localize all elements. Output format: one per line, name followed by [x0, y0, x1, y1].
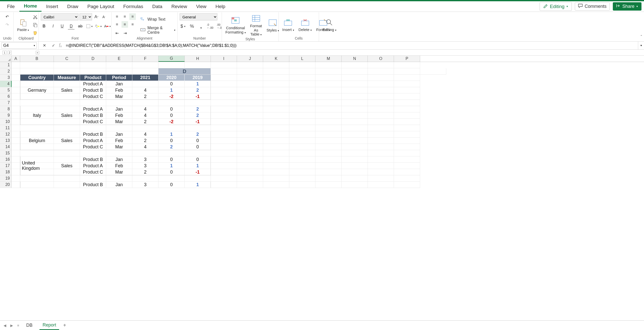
undo-button[interactable]: ↶	[4, 13, 11, 20]
format-as-table-button[interactable]: Format As Table	[249, 13, 264, 37]
comma-button[interactable]: ,	[198, 23, 204, 29]
menu-tab-insert[interactable]: Insert	[42, 1, 63, 12]
cell[interactable]: 3	[132, 163, 158, 169]
select-all-corner[interactable]	[0, 56, 12, 62]
cell[interactable]: 4	[132, 144, 158, 150]
grow-font-button[interactable]: A^	[93, 14, 100, 20]
row-header[interactable]: 5	[0, 87, 12, 93]
delete-cells-button[interactable]: Delete	[297, 17, 313, 32]
increase-decimal-button[interactable]: .0←.00	[207, 23, 213, 29]
sheet-nav-prev[interactable]: ◀	[4, 323, 6, 327]
borders-button[interactable]	[86, 23, 93, 29]
outline-level-1[interactable]: 1	[3, 51, 7, 55]
menu-tab-data[interactable]: Data	[148, 1, 167, 12]
menu-tab-draw[interactable]: Draw	[63, 1, 83, 12]
fill-color-button[interactable]	[95, 23, 102, 29]
editing-mode-button[interactable]: Editing ▾	[540, 2, 572, 11]
row-header[interactable]: 13	[0, 138, 12, 144]
accept-formula-button[interactable]: ✓	[50, 42, 57, 49]
row-header[interactable]: 6	[0, 93, 12, 100]
row-header[interactable]: 10	[0, 119, 12, 125]
column-header[interactable]: D	[80, 56, 106, 62]
cell[interactable]: 4	[132, 112, 158, 119]
cell[interactable]: 2	[132, 119, 158, 125]
row-header[interactable]: 11	[0, 125, 12, 131]
collapse-ribbon-button[interactable]: ˆ	[641, 35, 642, 39]
double-underline-button[interactable]: D	[68, 23, 74, 29]
menu-tab-formulas[interactable]: Formulas	[119, 1, 148, 12]
cell[interactable]: 2	[132, 93, 158, 100]
formula-input[interactable]	[64, 42, 638, 49]
spreadsheet-grid[interactable]: A B C D E F G H I J K L M N O P 12D3Coun…	[0, 56, 644, 188]
cell[interactable]: 4	[132, 131, 158, 138]
currency-button[interactable]: $	[180, 23, 186, 29]
row-header[interactable]: 16	[0, 156, 12, 163]
cell[interactable]: 4	[132, 106, 158, 112]
shrink-font-button[interactable]: Aˇ	[101, 14, 107, 20]
cell[interactable]	[132, 81, 158, 87]
wrap-text-button[interactable]: ab Wrap Text	[140, 17, 175, 22]
outline-expand-button[interactable]: +	[36, 51, 39, 54]
column-header[interactable]: N	[342, 56, 368, 62]
italic-button[interactable]: I	[50, 23, 56, 29]
redo-button[interactable]: ↷	[4, 21, 11, 28]
share-button[interactable]: Share ▾	[613, 2, 641, 11]
cell[interactable]: 3	[132, 182, 158, 188]
column-header[interactable]: M	[315, 56, 342, 62]
sheet-tab[interactable]: DB	[23, 321, 35, 329]
paste-button[interactable]: Paste	[16, 17, 30, 32]
column-header[interactable]: J	[237, 56, 263, 62]
row-header[interactable]: 18	[0, 169, 12, 175]
row-header[interactable]: 12	[0, 131, 12, 138]
percent-button[interactable]: %	[189, 23, 195, 29]
row-header[interactable]: 4	[0, 81, 12, 87]
column-header[interactable]: E	[106, 56, 132, 62]
bold-button[interactable]: B	[41, 23, 47, 29]
row-header[interactable]: 1	[0, 62, 12, 68]
underline-button[interactable]: U	[59, 23, 65, 29]
copy-button[interactable]	[32, 22, 38, 28]
menu-tab-page-layout[interactable]: Page Layout	[83, 1, 119, 12]
column-header[interactable]: G	[158, 56, 185, 62]
row-header[interactable]: 8	[0, 106, 12, 112]
cell[interactable]: 4	[132, 87, 158, 93]
column-header[interactable]: B	[20, 56, 54, 62]
row-header[interactable]: 9	[0, 112, 12, 119]
comments-button[interactable]: Comments	[575, 2, 610, 11]
cell[interactable]: 3	[132, 156, 158, 163]
name-box[interactable]: G4 ▾	[2, 42, 37, 49]
cell[interactable]: 2	[132, 169, 158, 175]
add-sheet-button[interactable]: +	[63, 322, 66, 328]
expand-formula-bar-button[interactable]: ▾	[638, 42, 644, 49]
merge-center-button[interactable]: Merge & Centre ▾	[140, 26, 175, 35]
font-name-select[interactable]: Calibri	[41, 13, 78, 20]
align-right[interactable]: ≡	[129, 21, 136, 28]
row-header[interactable]: 20	[0, 182, 12, 188]
align-top-left[interactable]: ≡	[114, 13, 120, 20]
all-sheets-button[interactable]: ≡	[17, 323, 19, 327]
fx-icon[interactable]: fx	[59, 43, 62, 48]
row-header[interactable]: 17	[0, 163, 12, 169]
decrease-decimal-button[interactable]: .00→.0	[216, 23, 222, 29]
conditional-formatting-button[interactable]: Conditional Formatting	[224, 15, 247, 35]
cell-styles-button[interactable]: Styles	[265, 18, 281, 33]
font-color-button[interactable]: A	[104, 23, 111, 29]
row-header[interactable]: 7	[0, 100, 12, 106]
menu-tab-home[interactable]: Home	[19, 1, 42, 12]
insert-cells-button[interactable]: Insert	[281, 17, 296, 32]
menu-tab-help[interactable]: Help	[211, 1, 230, 12]
cut-button[interactable]	[32, 14, 38, 20]
strikethrough-button[interactable]: ab	[77, 23, 84, 29]
decrease-indent-button[interactable]: ⇤	[114, 30, 120, 36]
column-header[interactable]: L	[289, 56, 315, 62]
sheet-tab[interactable]: Report	[39, 321, 59, 330]
column-header[interactable]: A	[12, 56, 20, 62]
cell[interactable]: 2	[132, 138, 158, 144]
row-header[interactable]: 14	[0, 144, 12, 150]
number-format-select[interactable]: General	[180, 13, 217, 20]
increase-indent-button[interactable]: ⇥	[122, 30, 128, 36]
align-center[interactable]: ≡	[122, 21, 128, 28]
column-header[interactable]: C	[54, 56, 80, 62]
row-header[interactable]: 2	[0, 68, 12, 75]
font-size-select[interactable]: 12	[79, 13, 92, 20]
